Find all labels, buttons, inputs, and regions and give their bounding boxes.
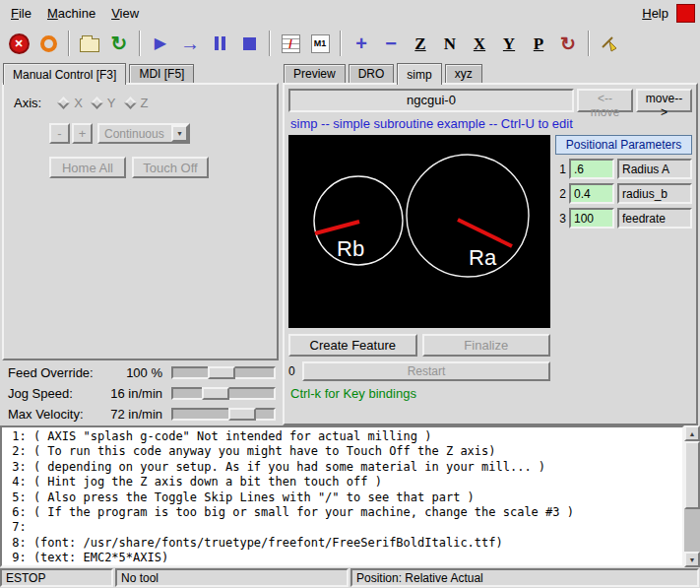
right-tabs: Preview DRO simp xyz <box>281 61 700 83</box>
step-button[interactable]: → <box>175 28 205 59</box>
tab-dro[interactable]: DRO <box>349 64 395 83</box>
param-number: 1 <box>555 163 566 176</box>
axis-y-label: Y <box>107 96 116 110</box>
scrollbar-thumb[interactable] <box>684 441 700 509</box>
toggle-optional-pause-button[interactable]: M1 <box>305 28 335 59</box>
open-file-button[interactable] <box>75 28 104 59</box>
menu-file[interactable]: File <box>3 3 39 24</box>
feature-buttons-row: Create Feature Finalize <box>288 334 550 357</box>
preview-column: Rb Ra Create Feature Finalize 0 Restart … <box>288 135 550 401</box>
run-button[interactable]: ▶ <box>146 28 175 59</box>
jog-speed-slider[interactable] <box>171 385 276 402</box>
code-line[interactable]: 4: ( Hint jog the Z axis down a bit then… <box>5 475 682 490</box>
subroutine-description: simp -- simple subroutine example -- Ctr… <box>285 112 696 135</box>
menu-help[interactable]: Help <box>634 3 676 24</box>
skip-lines-icon: / <box>282 34 300 53</box>
toolbar: ✕ ↻ ▶ → / M1 + − Z N X Y P ↻ <box>0 26 700 61</box>
view-perspective-button[interactable]: P <box>524 28 553 59</box>
radius-a-label: Ra <box>469 245 497 270</box>
menu-machine[interactable]: Machine <box>39 3 103 24</box>
feed-override-slider[interactable] <box>171 364 276 381</box>
ngcgui-header-row: ngcgui-0 <--move move--> <box>285 85 696 112</box>
zoom-out-icon: − <box>385 33 397 53</box>
code-line[interactable]: 3: ( depending on your setup. As if you … <box>5 460 682 475</box>
view-side-button[interactable]: X <box>465 28 494 59</box>
tab-xyz[interactable]: xyz <box>445 64 482 83</box>
zoom-out-button[interactable]: − <box>376 28 406 59</box>
slider-trough[interactable] <box>171 408 276 421</box>
clear-plot-icon <box>600 33 619 53</box>
code-line[interactable]: 9: (text: EMC2*5*AXIS) <box>5 551 682 565</box>
estop-button[interactable]: ✕ <box>4 28 33 59</box>
code-line[interactable]: 8: (font: /usr/share/fonts/truetype/free… <box>5 536 682 551</box>
param-name-field[interactable] <box>617 208 692 229</box>
ngcgui-name-entry[interactable]: ngcgui-0 <box>288 89 574 112</box>
code-line[interactable]: 7: <box>5 520 682 535</box>
code-line[interactable]: 1: ( AXIS "splash g-code" Not intended f… <box>5 429 682 444</box>
home-all-button[interactable]: Home All <box>49 157 126 178</box>
key-bindings-hint: Ctrl-k for Key bindings <box>288 386 550 401</box>
tab-manual-control[interactable]: Manual Control [F3] <box>3 63 126 85</box>
scroll-down-button[interactable]: ▼ <box>684 552 700 567</box>
status-estop: ESTOP <box>0 568 113 587</box>
gcode-text[interactable]: 1: ( AXIS "splash g-code" Not intended f… <box>0 425 684 567</box>
vertical-scrollbar[interactable]: ▲ ▼ <box>684 425 700 567</box>
record-stop-icon[interactable] <box>676 4 695 23</box>
param-name-field[interactable] <box>617 183 692 204</box>
move-left-button[interactable]: <--move <box>577 89 633 112</box>
axis-x-radio[interactable] <box>57 97 70 109</box>
chevron-down-icon[interactable]: ▼ <box>171 125 188 142</box>
move-right-button[interactable]: move--> <box>636 89 692 112</box>
rotate-icon: ↻ <box>560 34 576 53</box>
param-name-field[interactable] <box>617 159 692 179</box>
param-value-input[interactable] <box>569 159 614 179</box>
jog-minus-button[interactable]: - <box>49 123 70 144</box>
stop-icon <box>243 37 256 50</box>
status-position: Position: Relative Actual <box>350 568 699 587</box>
scroll-up-button[interactable]: ▲ <box>684 425 700 441</box>
view-top-button[interactable]: Z <box>406 28 435 59</box>
finalize-button[interactable]: Finalize <box>422 334 551 357</box>
max-velocity-value: 72 in/min <box>110 407 171 422</box>
axis-z-radio[interactable] <box>124 97 137 109</box>
main-area: Manual Control [F3] MDI [F5] Axis: X Y Z… <box>0 61 700 425</box>
home-controls: Home All Touch Off <box>4 144 277 178</box>
rotate-view-button[interactable]: ↻ <box>553 28 583 59</box>
reload-file-button[interactable]: ↻ <box>104 28 134 59</box>
param-value-input[interactable] <box>569 183 614 204</box>
code-line[interactable]: 2: ( To run this code anyway you might h… <box>5 444 682 459</box>
radius-b-label: Rb <box>337 236 364 261</box>
tab-preview[interactable]: Preview <box>284 64 346 83</box>
status-tool: No tool <box>115 568 349 587</box>
param-value-input[interactable] <box>569 208 614 229</box>
slider-thumb[interactable] <box>228 408 256 421</box>
view-front-button[interactable]: Y <box>494 28 524 59</box>
jog-speed-row: Jog Speed: 16 in/min <box>0 383 281 404</box>
jog-mode-combobox[interactable]: Continuous ▼ <box>97 123 190 144</box>
tab-simp[interactable]: simp <box>397 63 441 85</box>
slider-thumb[interactable] <box>208 366 235 379</box>
clear-plot-button[interactable] <box>595 28 624 59</box>
stop-button[interactable] <box>234 28 264 59</box>
jog-speed-value: 16 in/min <box>110 386 171 401</box>
slider-thumb[interactable] <box>202 387 229 400</box>
restart-button[interactable]: Restart <box>302 361 550 381</box>
touch-off-button[interactable]: Touch Off <box>132 157 209 178</box>
toggle-skip-lines-button[interactable]: / <box>276 28 305 59</box>
create-feature-button[interactable]: Create Feature <box>288 334 417 357</box>
parameter-row-3: 3 <box>555 208 692 229</box>
max-velocity-slider[interactable] <box>171 406 276 423</box>
pause-icon <box>215 36 225 50</box>
code-line[interactable]: 5: ( Also press the Toggle Skip Lines wi… <box>5 490 682 505</box>
axis-y-radio[interactable] <box>91 97 103 109</box>
code-line[interactable]: 6: ( If the program is too big or small … <box>5 505 682 520</box>
view-top-rotated-button[interactable]: N <box>435 28 465 59</box>
jog-plus-button[interactable]: + <box>72 123 93 144</box>
zoom-in-button[interactable]: + <box>347 28 376 59</box>
pause-button[interactable] <box>205 28 234 59</box>
axis-window: File Machine View Help ✕ ↻ ▶ → / M1 + − … <box>0 0 700 588</box>
menu-view[interactable]: View <box>103 3 147 24</box>
tab-mdi[interactable]: MDI [F5] <box>129 64 194 83</box>
scrollbar-trough[interactable] <box>684 441 700 552</box>
machine-power-button[interactable] <box>33 28 63 59</box>
